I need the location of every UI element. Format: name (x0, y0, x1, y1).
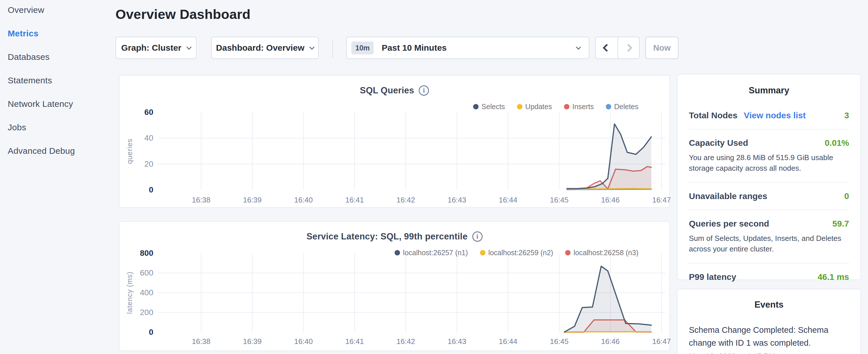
sidebar-item-jobs[interactable]: Jobs (8, 123, 111, 132)
chart-legend: localhost:26257 (n1)localhost:26259 (n2)… (395, 249, 639, 257)
legend-item[interactable]: localhost:26259 (n2) (480, 249, 553, 257)
dashboard-dropdown[interactable]: Dashboard: Overview (211, 37, 319, 59)
info-icon[interactable] (419, 85, 429, 96)
legend-label: localhost:26259 (n2) (488, 249, 553, 257)
legend-label: Deletes (614, 102, 639, 111)
x-tick-label: 16:46 (601, 196, 620, 204)
capacity-used-label: Capacity Used (689, 138, 748, 148)
queries-per-second-subtext: Sum of Selects, Updates, Inserts, and De… (689, 233, 849, 254)
capacity-used-value: 0.01% (825, 138, 849, 148)
graph-dropdown-label: Graph: Cluster (121, 43, 181, 53)
legend-label: Inserts (572, 102, 594, 111)
divider (689, 182, 849, 183)
chart-title: Service Latency: SQL, 99th percentile (306, 231, 467, 242)
summary-row-unavailable-ranges: Unavailable ranges 0 (689, 191, 849, 201)
legend-dot-icon (517, 104, 522, 109)
chevron-down-icon (576, 44, 581, 50)
legend-item[interactable]: localhost:26258 (n3) (565, 249, 639, 257)
queries-per-second-value: 59.7 (833, 219, 849, 229)
now-button[interactable]: Now (645, 37, 679, 59)
time-back-button[interactable] (596, 37, 618, 58)
sidebar: OverviewMetricsDatabasesStatementsNetwor… (8, 6, 111, 170)
x-tick-label: 16:46 (601, 337, 620, 346)
legend-item[interactable]: Updates (517, 102, 552, 111)
y-tick-label: 0 (149, 185, 153, 194)
legend-label: localhost:26258 (n3) (574, 249, 639, 257)
view-nodes-list-link[interactable]: View nodes list (744, 110, 806, 120)
series-area (567, 124, 651, 190)
event-timestamp: May 13, 2020 at 4:45 PM (689, 352, 849, 354)
chevron-down-icon (186, 44, 191, 50)
x-tick-label: 16:39 (243, 196, 261, 204)
time-forward-button[interactable] (618, 37, 639, 58)
y-tick-label: 40 (145, 133, 153, 142)
series-area (564, 266, 651, 332)
time-shift-buttons (595, 37, 640, 59)
chart-legend: SelectsUpdatesInsertsDeletes (473, 102, 639, 111)
x-tick-label: 16:39 (243, 337, 261, 346)
legend-label: Selects (482, 102, 505, 111)
summary-title: Summary (689, 85, 849, 96)
summary-row-p99-latency: P99 latency 46.1 ms (689, 272, 849, 282)
chart-title: SQL Queries (360, 85, 414, 96)
x-tick-label: 16:41 (345, 337, 364, 346)
legend-item[interactable]: Selects (473, 102, 505, 111)
dashboard-dropdown-label: Dashboard: Overview (216, 43, 304, 53)
x-tick-label: 16:47 (652, 196, 671, 204)
legend-item[interactable]: localhost:26257 (n1) (395, 249, 468, 257)
legend-label: Updates (525, 102, 552, 111)
legend-item[interactable]: Deletes (606, 102, 639, 111)
x-tick-label: 16:43 (447, 337, 466, 346)
x-tick-label: 16:44 (499, 337, 517, 346)
event-item[interactable]: Schema Change Completed: Schema change w… (689, 324, 849, 354)
events-panel: Events Schema Change Completed: Schema c… (677, 289, 861, 354)
summary-row-queries-per-second: Queries per second 59.7 Sum of Selects, … (689, 219, 849, 254)
x-tick-label: 16:40 (294, 196, 313, 204)
x-tick-label: 16:42 (396, 337, 415, 346)
sidebar-item-overview[interactable]: Overview (8, 6, 111, 14)
controls-divider (333, 40, 333, 58)
x-tick-label: 16:43 (447, 196, 466, 204)
graph-dropdown[interactable]: Graph: Cluster (116, 37, 196, 59)
sql-queries-chart-card: 16:3816:3916:4016:4116:4216:4316:4416:45… (119, 75, 670, 208)
y-tick-label: 400 (140, 288, 153, 297)
capacity-used-subtext: You are using 28.6 MiB of 515.9 GiB usab… (689, 152, 849, 173)
sidebar-item-metrics[interactable]: Metrics (8, 29, 111, 38)
x-tick-label: 16:41 (345, 196, 364, 204)
y-tick-label: 60 (145, 108, 153, 117)
legend-label: localhost:26257 (n1) (403, 249, 468, 257)
divider (689, 129, 849, 129)
x-tick-label: 16:47 (652, 337, 671, 346)
x-tick-label: 16:45 (550, 337, 568, 346)
time-range-dropdown[interactable]: 10m Past 10 Minutes (346, 37, 589, 59)
x-tick-label: 16:44 (499, 196, 517, 204)
sidebar-item-advanced-debug[interactable]: Advanced Debug (8, 147, 111, 155)
y-tick-label: 20 (145, 160, 153, 168)
legend-dot-icon (480, 250, 486, 255)
unavailable-ranges-label: Unavailable ranges (689, 191, 767, 201)
sidebar-item-databases[interactable]: Databases (8, 53, 111, 61)
x-tick-label: 16:38 (192, 196, 210, 204)
now-button-label: Now (653, 43, 671, 53)
divider (689, 210, 849, 210)
chevron-down-icon (309, 44, 315, 50)
total-nodes-value: 3 (844, 110, 849, 120)
y-tick-label: 200 (140, 308, 153, 317)
p99-latency-value: 46.1 ms (817, 272, 849, 282)
unavailable-ranges-value: 0 (844, 191, 849, 201)
time-range-badge: 10m (351, 41, 374, 55)
info-icon[interactable] (472, 231, 483, 242)
sidebar-item-statements[interactable]: Statements (8, 76, 111, 85)
y-axis-title: queries (125, 139, 133, 164)
total-nodes-label: Total Nodes (689, 110, 737, 120)
legend-dot-icon (395, 250, 400, 255)
page-title: Overview Dashboard (116, 6, 250, 22)
sidebar-item-network-latency[interactable]: Network Latency (8, 100, 111, 108)
legend-dot-icon (564, 104, 569, 109)
y-tick-label: 600 (140, 268, 153, 277)
summary-row-capacity-used: Capacity Used 0.01% You are using 28.6 M… (689, 138, 849, 173)
event-text: Schema Change Completed: Schema change w… (689, 324, 849, 349)
chevron-left-icon (602, 44, 611, 52)
x-tick-label: 16:45 (550, 196, 568, 204)
legend-item[interactable]: Inserts (564, 102, 594, 111)
